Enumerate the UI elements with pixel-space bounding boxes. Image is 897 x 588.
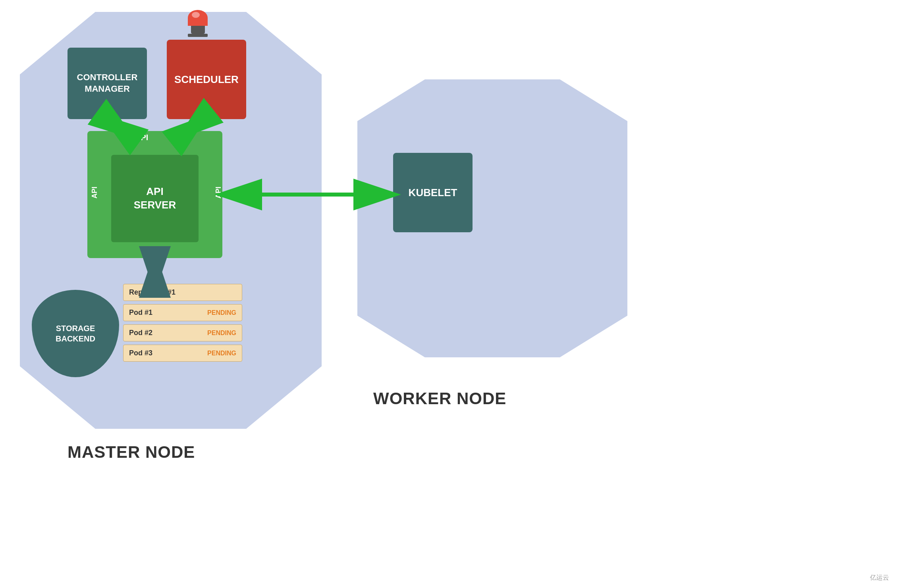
kubelet-label: KUBELET [409, 187, 457, 199]
record-pod3-status: PENDING [207, 350, 236, 357]
etcd-records-container: ReplicaSet #1 Pod #1 PENDING Pod #2 PEND… [123, 284, 242, 362]
watermark: 亿运云 [870, 574, 889, 582]
record-pod2-name: Pod #2 [129, 329, 152, 337]
alert-lamp [186, 10, 210, 42]
diagram: CONTROLLER MANAGER SCHEDULER API SERVER … [0, 0, 897, 588]
record-replicaset-name: ReplicaSet #1 [129, 288, 176, 297]
record-replicaset: ReplicaSet #1 [123, 284, 242, 301]
controller-manager-label: CONTROLLER MANAGER [77, 72, 138, 94]
api-outer-box: API SERVER [87, 131, 222, 258]
record-pod2: Pod #2 PENDING [123, 324, 242, 341]
lamp-head [188, 10, 208, 26]
scheduler-box: SCHEDULER [167, 40, 246, 119]
api-right-label: API [214, 187, 223, 199]
record-pod1: Pod #1 PENDING [123, 304, 242, 321]
record-pod1-name: Pod #1 [129, 308, 152, 317]
controller-manager-box: CONTROLLER MANAGER [68, 48, 147, 119]
api-server-label: API SERVER [134, 185, 176, 212]
worker-node-label: WORKER NODE [373, 389, 506, 408]
scheduler-label: SCHEDULER [174, 73, 239, 86]
api-top-label: API [135, 133, 148, 142]
storage-backend-label: STORAGE BACKEND [56, 323, 95, 344]
record-pod1-status: PENDING [207, 309, 236, 316]
record-pod3: Pod #3 PENDING [123, 345, 242, 362]
record-pod2-status: PENDING [207, 330, 236, 337]
lamp-base [191, 26, 205, 34]
api-left-label: API [91, 187, 99, 199]
lamp-foot [188, 34, 208, 37]
master-node-label: MASTER NODE [68, 443, 195, 462]
record-pod3-name: Pod #3 [129, 349, 152, 357]
kubelet-box: KUBELET [393, 153, 473, 232]
api-server-box: API SERVER [111, 155, 199, 242]
